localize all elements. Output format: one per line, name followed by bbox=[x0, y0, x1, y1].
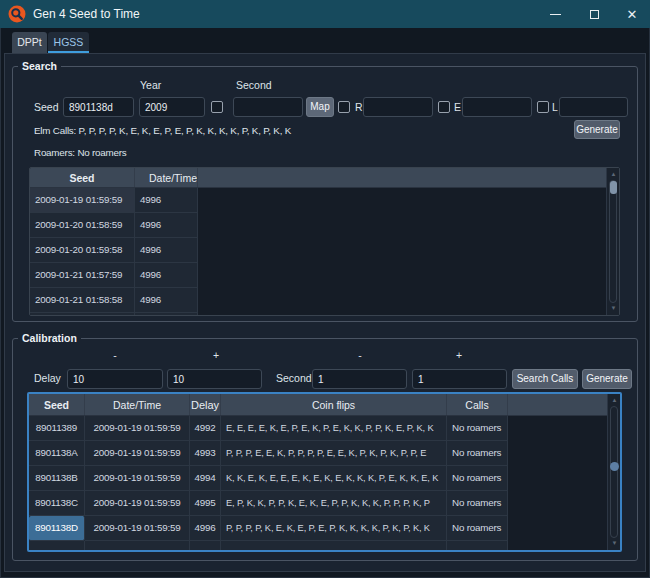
scrollbar-thumb[interactable] bbox=[610, 181, 617, 194]
map-button[interactable]: Map bbox=[306, 97, 334, 117]
seed-input[interactable] bbox=[63, 97, 134, 117]
delay-minus-label: - bbox=[105, 349, 125, 361]
cell-delay[interactable]: 4996 bbox=[135, 288, 198, 313]
cell-seed[interactable]: 89011389 bbox=[29, 416, 85, 441]
cell-seed[interactable]: 8901138C bbox=[29, 491, 85, 516]
title-bar: Gen 4 Seed to Time ✕ bbox=[0, 0, 650, 28]
cell-delay[interactable]: 4992 bbox=[190, 416, 221, 441]
year-input[interactable] bbox=[139, 97, 205, 117]
e-label: E bbox=[454, 101, 461, 113]
cell-calls[interactable]: No roamers bbox=[447, 466, 508, 491]
cell-datetime[interactable]: 2009-01-19 01:59:59 bbox=[85, 516, 190, 541]
scrollbar-track[interactable] bbox=[609, 180, 617, 303]
header-calls[interactable]: Calls bbox=[447, 394, 508, 415]
generate-button-calibration[interactable]: Generate bbox=[582, 369, 632, 389]
cell-delay[interactable]: 4996 bbox=[135, 188, 198, 213]
delay-plus-input[interactable] bbox=[167, 369, 262, 389]
l-input[interactable] bbox=[559, 97, 628, 117]
second-label-cal: Second bbox=[276, 372, 312, 384]
scrollbar-thumb[interactable] bbox=[610, 462, 619, 471]
l-checkbox[interactable] bbox=[537, 101, 549, 113]
generate-button-search[interactable]: Generate bbox=[574, 120, 620, 139]
delay-plus-label: + bbox=[206, 349, 226, 361]
cell-delay[interactable]: 4994 bbox=[190, 466, 221, 491]
second-plus-input[interactable] bbox=[412, 369, 507, 389]
cell-delay[interactable]: 4997 bbox=[190, 541, 221, 552]
header-seed[interactable]: Seed bbox=[30, 168, 135, 187]
cell-coin-flips[interactable]: P, P, P, P, K, E, K, E, P, E, P, K, K, K… bbox=[221, 516, 447, 541]
cell-calls[interactable]: No roamers bbox=[447, 516, 508, 541]
cell-datetime[interactable]: 2009-01-19 01:59:59 bbox=[30, 188, 135, 213]
cell-coin-flips[interactable]: K, K, E, K, E, E, E, K, E, K, E, K, K, K… bbox=[221, 466, 447, 491]
calibration-table-header: Seed Date/Time Delay Coin flips Calls bbox=[29, 394, 607, 416]
elm-calls-text: Elm Calls: P, P, P, P, K, E, K, E, P, E,… bbox=[34, 125, 291, 136]
roamers-text: Roamers: No roamers bbox=[34, 147, 127, 158]
minimize-button[interactable] bbox=[540, 0, 570, 28]
cell-datetime[interactable]: 2009-01-19 01:59:59 bbox=[85, 491, 190, 516]
header-filler bbox=[198, 168, 606, 187]
calibration-table: Seed Date/Time Delay Coin flips Calls 89… bbox=[27, 392, 622, 552]
scroll-down-icon[interactable]: ▼ bbox=[608, 538, 621, 549]
cell-coin-flips[interactable]: P, P, P, E, E, K, P, P, P, P, E, E, K, P… bbox=[221, 441, 447, 466]
cell-delay[interactable]: 4996 bbox=[135, 313, 198, 316]
search-results-table: Seed Date/Time 2009-01-19 01:59:59 4996 … bbox=[29, 167, 620, 316]
cell-datetime[interactable]: 2009-01-20 01:58:59 bbox=[30, 213, 135, 238]
scrollbar-track[interactable] bbox=[610, 406, 618, 538]
second-minus-input[interactable] bbox=[312, 369, 407, 389]
header-datetime[interactable]: Date/Time bbox=[85, 394, 190, 415]
r-input[interactable] bbox=[363, 97, 433, 117]
header-seed[interactable]: Seed bbox=[29, 394, 85, 415]
scroll-up-icon[interactable]: ▲ bbox=[608, 395, 621, 406]
r-checkbox[interactable] bbox=[338, 101, 350, 113]
cell-datetime[interactable]: 2009-01-21 01:59:57 bbox=[30, 313, 135, 316]
search-calls-button[interactable]: Search Calls bbox=[512, 369, 578, 389]
app-logo-magnifier-icon bbox=[8, 5, 26, 23]
cell-delay[interactable]: 4996 bbox=[135, 213, 198, 238]
cell-datetime[interactable]: 2009-01-19 01:59:59 bbox=[85, 441, 190, 466]
cell-calls[interactable]: No roamers bbox=[447, 541, 508, 552]
header-delay[interactable]: Delay bbox=[190, 394, 221, 415]
cell-seed[interactable]: 8901138A bbox=[29, 441, 85, 466]
scroll-up-icon[interactable]: ▲ bbox=[607, 169, 620, 180]
close-icon: ✕ bbox=[627, 8, 638, 21]
cell-delay[interactable]: 4996 bbox=[135, 263, 198, 288]
delay-minus-input[interactable] bbox=[67, 369, 163, 389]
tab-hgss[interactable]: HGSS bbox=[48, 32, 89, 53]
cell-delay[interactable]: 4996 bbox=[135, 238, 198, 263]
scroll-down-icon[interactable]: ▼ bbox=[607, 303, 620, 314]
cell-datetime[interactable]: 2009-01-19 01:59:59 bbox=[85, 416, 190, 441]
header-datetime[interactable]: Date/Time bbox=[135, 168, 198, 187]
search-table-header: Seed Date/Time bbox=[30, 168, 606, 188]
e-checkbox[interactable] bbox=[438, 101, 450, 113]
cell-calls[interactable]: No roamers bbox=[447, 441, 508, 466]
cell-coin-flips[interactable]: E, E, E, E, K, E, P, E, K, P, E, K, K, P… bbox=[221, 416, 447, 441]
e-input[interactable] bbox=[462, 97, 532, 117]
cell-datetime[interactable]: 2009-01-20 01:59:58 bbox=[30, 238, 135, 263]
cell-delay[interactable]: 4996 bbox=[190, 516, 221, 541]
cell-coin-flips[interactable]: K, E, K, E, E, P, K, P, K, E, E, E, K, K… bbox=[221, 541, 447, 552]
second-checkbox[interactable] bbox=[211, 101, 223, 113]
maximize-button[interactable] bbox=[579, 0, 609, 28]
cell-datetime[interactable]: 2009-01-21 01:57:59 bbox=[30, 263, 135, 288]
close-button[interactable]: ✕ bbox=[617, 0, 647, 28]
cell-coin-flips[interactable]: E, P, K, K, P, P, K, E, K, E, P, P, K, K… bbox=[221, 491, 447, 516]
minimize-icon bbox=[550, 14, 561, 15]
tab-dppt[interactable]: DPPt bbox=[12, 32, 47, 53]
cell-datetime[interactable]: 2009-01-19 01:59:59 bbox=[85, 466, 190, 491]
header-filler bbox=[508, 394, 607, 415]
cell-calls[interactable]: No roamers bbox=[447, 491, 508, 516]
calibration-table-scrollbar[interactable]: ▲ ▼ bbox=[607, 394, 620, 550]
cell-seed[interactable]: 8901138E bbox=[29, 541, 85, 552]
cell-seed[interactable]: 8901138B bbox=[29, 466, 85, 491]
calibration-group-title: Calibration bbox=[18, 332, 81, 344]
search-table-scrollbar[interactable]: ▲ ▼ bbox=[606, 168, 619, 315]
cell-delay[interactable]: 4995 bbox=[190, 491, 221, 516]
cell-calls[interactable]: No roamers bbox=[447, 416, 508, 441]
cell-delay[interactable]: 4993 bbox=[190, 441, 221, 466]
header-coin-flips[interactable]: Coin flips bbox=[221, 394, 447, 415]
cell-seed-selected[interactable]: 8901138D bbox=[29, 516, 85, 541]
cell-datetime[interactable]: 2009-01-19 01:59:59 bbox=[85, 541, 190, 552]
second-input[interactable] bbox=[233, 97, 303, 117]
cell-datetime[interactable]: 2009-01-21 01:58:58 bbox=[30, 288, 135, 313]
delay-label: Delay bbox=[34, 372, 61, 384]
